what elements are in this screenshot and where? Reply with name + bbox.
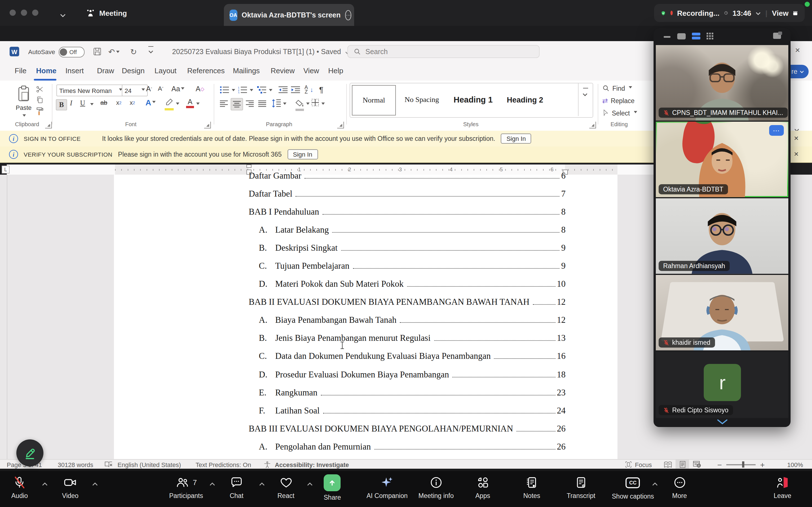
- toc-row[interactable]: C. Tujuan Pembelajaran 9: [249, 261, 566, 279]
- toc-row[interactable]: B. Jenis Biaya Penambangan menurut Regul…: [249, 333, 566, 351]
- search-input[interactable]: Search: [347, 45, 540, 58]
- zoom-slider[interactable]: [726, 464, 756, 465]
- toc-row[interactable]: E. Rangkuman 23: [249, 387, 566, 405]
- toc-row[interactable]: B. Deskripsi Singkat 9: [249, 243, 566, 261]
- ribbon-tab-home[interactable]: Home: [34, 66, 59, 75]
- toc-row[interactable]: D. Materi Pokok dan Sub Materi Pokok 10: [249, 279, 566, 297]
- more-button[interactable]: More: [672, 475, 687, 499]
- style-no-spacing[interactable]: No Spacing: [398, 85, 446, 114]
- video-tile-rahman[interactable]: Rahman Ardhiansyah: [656, 198, 788, 274]
- paste-button[interactable]: Paste: [11, 85, 36, 121]
- banner-close-icon[interactable]: ×: [794, 133, 799, 143]
- notes-button[interactable]: Notes: [523, 475, 540, 499]
- view-button[interactable]: View: [772, 9, 789, 17]
- captions-chevron-icon[interactable]: [652, 482, 658, 486]
- sign-in-button[interactable]: Sign In: [501, 133, 531, 144]
- font-size-select[interactable]: 24: [122, 84, 148, 96]
- leave-button[interactable]: Leave: [774, 475, 792, 499]
- style-heading-2[interactable]: Heading 2: [501, 85, 549, 114]
- popout-panel-icon[interactable]: [773, 33, 781, 39]
- spacing-chevron-icon[interactable]: [283, 103, 287, 107]
- chat-button[interactable]: Chat: [230, 475, 244, 499]
- view-layout-icon[interactable]: [793, 9, 798, 17]
- italic-button[interactable]: I: [70, 99, 72, 108]
- apps-button[interactable]: Apps: [475, 475, 490, 499]
- video-tile-cpns[interactable]: CPNS_BDT_IMAM MIFTAHUL KHAI...: [656, 45, 788, 121]
- format-painter-icon[interactable]: [36, 107, 44, 116]
- read-mode-button[interactable]: [661, 460, 674, 469]
- clear-formatting-button[interactable]: A◇: [196, 85, 204, 93]
- subscript-button[interactable]: x2: [116, 99, 121, 106]
- paragraph-dialog-launcher[interactable]: [337, 122, 344, 128]
- security-shield-icon[interactable]: [661, 8, 666, 18]
- undo-icon[interactable]: ↶: [108, 47, 119, 56]
- annotate-button[interactable]: [16, 439, 43, 466]
- ribbon-tab-review[interactable]: Review: [268, 66, 297, 75]
- video-tile-redi[interactable]: r Redi Cipto Siswoyo: [656, 351, 788, 418]
- audio-options-chevron-icon[interactable]: [42, 482, 48, 486]
- gallery-view-icon[interactable]: [707, 33, 713, 40]
- bullet-list-icon[interactable]: [220, 86, 230, 94]
- ribbon-tab-file[interactable]: File: [12, 66, 29, 75]
- style-normal[interactable]: Normal: [352, 85, 396, 115]
- video-tile-oktavia[interactable]: ⋯ Oktavia Azra-BDTBT: [656, 122, 788, 197]
- tab-selector[interactable]: L: [2, 166, 10, 173]
- align-right-icon[interactable]: [246, 100, 254, 107]
- strip-view-icon[interactable]: [692, 33, 700, 40]
- tile-options-button[interactable]: ⋯: [769, 125, 784, 136]
- toc-row[interactable]: BAB III EVALUASI DOKUMEN BIAYA PENGOLAHA…: [249, 424, 566, 441]
- word-app-icon[interactable]: W: [10, 47, 19, 56]
- toc-row[interactable]: F. Latihan Soal 24: [249, 405, 566, 424]
- sign-in-button[interactable]: Sign In: [287, 149, 318, 159]
- react-chevron-icon[interactable]: [307, 482, 313, 486]
- react-button[interactable]: React: [277, 475, 294, 499]
- ribbon-tab-mailings[interactable]: Mailings: [231, 66, 262, 75]
- replace-button[interactable]: ⇄Replace: [602, 97, 635, 105]
- ribbon-tab-design[interactable]: Design: [119, 66, 147, 75]
- ribbon-tab-layout[interactable]: Layout: [152, 66, 179, 75]
- font-name-select[interactable]: Times New Roman: [56, 84, 125, 96]
- window-zoom-button[interactable]: [32, 10, 38, 16]
- multilevel-chevron-icon[interactable]: [269, 89, 272, 93]
- find-button[interactable]: Find: [602, 84, 632, 92]
- autosave-toggle[interactable]: Off: [59, 47, 85, 57]
- time-chevron-icon[interactable]: [756, 9, 761, 17]
- font-color-button[interactable]: A: [186, 98, 194, 108]
- zoom-level[interactable]: 100%: [787, 461, 803, 468]
- banner-close-icon[interactable]: ×: [794, 149, 799, 158]
- collapse-panel-chevron-icon[interactable]: [717, 419, 728, 425]
- word-count[interactable]: 30128 words: [58, 461, 93, 468]
- ribbon-tab-view[interactable]: View: [301, 66, 321, 75]
- grow-font-button[interactable]: Aˆ: [146, 85, 152, 93]
- increase-indent-icon[interactable]: [291, 86, 300, 94]
- justify-icon[interactable]: [258, 100, 266, 107]
- line-spacing-icon[interactable]: [272, 99, 281, 108]
- video-options-chevron-icon[interactable]: [92, 482, 98, 486]
- superscript-button[interactable]: x2: [130, 99, 135, 106]
- ribbon-tab-insert[interactable]: Insert: [63, 66, 86, 75]
- toc-row[interactable]: Daftar Gambar 6: [249, 171, 566, 189]
- ai-companion-button[interactable]: AI Companion: [366, 475, 408, 499]
- save-icon[interactable]: [93, 47, 102, 56]
- ribbon-tab-help[interactable]: Help: [326, 66, 346, 75]
- ribbon-tab-draw[interactable]: Draw: [95, 66, 116, 75]
- share-button[interactable]: Share: [324, 474, 341, 501]
- font-dialog-launcher[interactable]: [204, 122, 211, 128]
- change-case-button[interactable]: Aa: [171, 85, 185, 93]
- toc-row[interactable]: A. Latar Belakang 8: [249, 225, 566, 243]
- meeting-info-button[interactable]: Meeting info: [418, 475, 454, 499]
- toc-row[interactable]: BAB II EVALUASI DOKUMEN BIAYA PENAMBANGA…: [249, 297, 566, 315]
- window-close-button[interactable]: [10, 10, 16, 16]
- numbered-chevron-icon[interactable]: [250, 89, 253, 93]
- highlight-button[interactable]: [165, 98, 174, 110]
- align-center-button[interactable]: [231, 98, 243, 110]
- zoom-in-button[interactable]: +: [760, 460, 765, 469]
- underline-button[interactable]: U: [80, 99, 85, 108]
- bold-button[interactable]: B: [56, 99, 67, 110]
- toc-row[interactable]: Daftar Tabel 7: [249, 189, 566, 207]
- style-heading-1[interactable]: Heading 1: [449, 85, 497, 114]
- multilevel-list-icon[interactable]: [257, 86, 267, 94]
- first-line-indent-marker[interactable]: [246, 165, 252, 168]
- cut-icon[interactable]: [36, 85, 44, 94]
- accessibility-status[interactable]: Accessibility: Investigate: [275, 461, 349, 468]
